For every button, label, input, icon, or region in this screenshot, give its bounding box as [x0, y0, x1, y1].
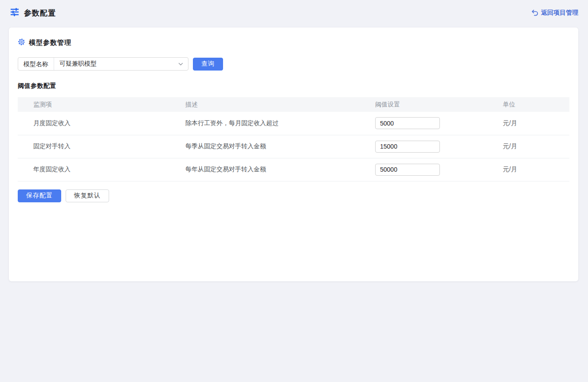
- threshold-input[interactable]: [375, 141, 440, 153]
- threshold-cell: [371, 158, 498, 181]
- actions-bar: 保存配置 恢复默认: [18, 189, 569, 202]
- return-arrow-icon: [531, 9, 538, 16]
- model-name-select[interactable]: 模型名称 可疑兼职模型: [18, 57, 188, 71]
- model-parameter-card: 模型参数管理 模型名称 可疑兼职模型 查询 阈值参数配置 监测项 描述 阈值设置…: [9, 28, 578, 281]
- monitor-item-cell: 月度固定收入: [18, 112, 181, 135]
- gear-icon: [18, 38, 25, 47]
- column-header-desc: 描述: [181, 97, 371, 112]
- monitor-item-cell: 固定对手转入: [18, 135, 181, 158]
- threshold-cell: [371, 135, 498, 158]
- unit-cell: 元/月: [498, 135, 569, 158]
- description-cell: 每年从固定交易对手转入金额: [181, 158, 371, 181]
- table-row: 月度固定收入 除本行工资外，每月固定收入超过 元/月: [18, 112, 569, 135]
- sliders-icon: [10, 7, 20, 19]
- back-link-label: 返回项目管理: [541, 9, 578, 17]
- page-heading: 参数配置: [10, 7, 56, 19]
- column-header-item: 监测项: [18, 97, 181, 112]
- threshold-input[interactable]: [375, 164, 440, 176]
- column-header-threshold: 阈值设置: [371, 97, 498, 112]
- model-name-label: 模型名称: [18, 58, 54, 70]
- monitor-item-cell: 年度固定收入: [18, 158, 181, 181]
- page-title: 参数配置: [24, 8, 56, 18]
- column-header-unit: 单位: [498, 97, 569, 112]
- table-row: 年度固定收入 每年从固定交易对手转入金额 元/月: [18, 158, 569, 181]
- save-config-button[interactable]: 保存配置: [18, 189, 61, 202]
- top-bar: 参数配置 返回项目管理: [0, 0, 588, 26]
- unit-cell: 元/月: [498, 158, 569, 181]
- threshold-cell: [371, 112, 498, 135]
- restore-default-button[interactable]: 恢复默认: [66, 189, 109, 202]
- table-header-row: 监测项 描述 阈值设置 单位: [18, 97, 569, 112]
- unit-cell: 元/月: [498, 112, 569, 135]
- chevron-down-icon: [173, 61, 188, 67]
- threshold-input[interactable]: [375, 117, 440, 129]
- model-name-selected-value: 可疑兼职模型: [54, 60, 173, 68]
- back-to-project-link[interactable]: 返回项目管理: [531, 9, 578, 17]
- query-button[interactable]: 查询: [193, 58, 223, 71]
- table-row: 固定对手转入 每季从固定交易对手转入金额 元/月: [18, 135, 569, 158]
- card-title: 模型参数管理: [29, 39, 71, 47]
- description-cell: 每季从固定交易对手转入金额: [181, 135, 371, 158]
- threshold-section-title: 阈值参数配置: [18, 82, 569, 90]
- card-header: 模型参数管理: [18, 38, 569, 47]
- model-query-form: 模型名称 可疑兼职模型 查询: [18, 57, 569, 71]
- description-cell: 除本行工资外，每月固定收入超过: [181, 112, 371, 135]
- threshold-table: 监测项 描述 阈值设置 单位 月度固定收入 除本行工资外，每月固定收入超过 元/…: [18, 97, 569, 181]
